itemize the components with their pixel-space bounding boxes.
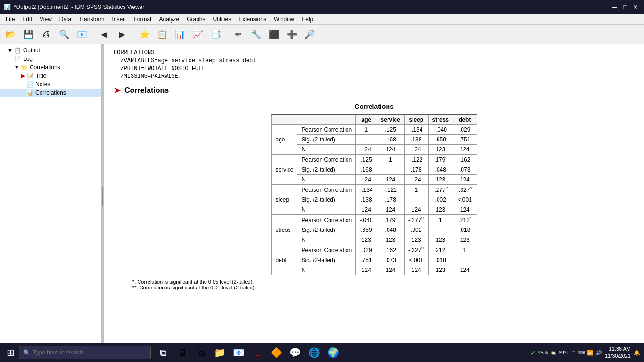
- section-heading: ➤ Correlations: [114, 85, 635, 96]
- tb-stop[interactable]: ⬛: [265, 26, 282, 42]
- table-title: Correlations: [123, 103, 625, 110]
- output-icon: 📋: [14, 47, 21, 54]
- menu-analyze[interactable]: Analyze: [155, 15, 183, 24]
- menu-file[interactable]: File: [2, 15, 18, 24]
- cell-service-sleep-sig: .178: [404, 165, 428, 175]
- taskbar-lync-icon[interactable]: L: [249, 344, 266, 361]
- tb-export[interactable]: 📧: [74, 26, 91, 42]
- cell-debt-age: .029: [356, 245, 377, 255]
- close-button[interactable]: ✕: [631, 2, 640, 12]
- tray-icons: ⌃: [571, 350, 576, 356]
- sidebar-item-correlations[interactable]: 📊 Correlations: [0, 89, 101, 97]
- speaker-icon: 🔊: [595, 350, 602, 356]
- taskbar-store-icon[interactable]: 🛍: [192, 344, 209, 361]
- taskbar-mail-icon[interactable]: 📧: [230, 344, 247, 361]
- var-stress: stress: [272, 215, 297, 245]
- table-row: service Pearson Correlation .125 1 -.122…: [272, 155, 477, 165]
- title-bar-controls: ─ □ ✕: [610, 2, 640, 12]
- taskbar-clock[interactable]: 11:36 AM 11/30/2021: [605, 346, 631, 360]
- tb-designate-window[interactable]: 📋: [154, 26, 171, 42]
- tb-add-output[interactable]: ➕: [283, 26, 300, 42]
- var-age: age: [272, 125, 297, 155]
- sidebar-item-log[interactable]: 📄 Log: [0, 55, 101, 63]
- tb-run[interactable]: 🔧: [248, 26, 264, 42]
- menu-graphs[interactable]: Graphs: [183, 15, 209, 24]
- tb-find[interactable]: 🔎: [301, 26, 318, 42]
- title-bar: 📊 *Output2 [Document2] - IBM SPSS Statis…: [0, 0, 644, 14]
- row-n-sleep: N: [297, 205, 356, 215]
- tb-print[interactable]: 🖨: [38, 26, 55, 42]
- table-row: N 123 123 123 123 123: [272, 235, 477, 245]
- cell-stress-age-sig: .659: [356, 225, 377, 235]
- row-sig-stress: Sig. (2-tailed): [297, 225, 356, 235]
- tb-save[interactable]: 💾: [20, 26, 37, 42]
- taskbar-files-icon[interactable]: 📁: [211, 344, 228, 361]
- maximize-button[interactable]: □: [620, 2, 630, 12]
- clock-time: 11:36 AM: [605, 346, 631, 353]
- menu-help[interactable]: Help: [298, 15, 317, 24]
- taskbar-edge-icon[interactable]: 🌐: [305, 344, 322, 361]
- notification-icon[interactable]: 🔔: [634, 350, 640, 356]
- minimize-button[interactable]: ─: [610, 2, 619, 12]
- cell-age-sleep-n: 124: [404, 145, 428, 155]
- taskbar-office-icon[interactable]: 🔶: [268, 344, 285, 361]
- syntax-line-4: /MISSING=PAIRWISE.: [114, 73, 635, 81]
- row-sig-service: Sig. (2-tailed): [297, 165, 356, 175]
- taskbar-explorer-icon[interactable]: 🖥: [173, 344, 190, 361]
- sidebar-item-correlations-folder[interactable]: ▼ 📁 Correlations: [0, 63, 101, 72]
- cell-sleep-sleep: 1: [404, 185, 428, 195]
- taskbar-search-box[interactable]: 🔍: [19, 346, 151, 359]
- menu-format[interactable]: Format: [130, 15, 155, 24]
- table-row: Sig. (2-tailed) .659 .048 .002 .018: [272, 225, 477, 235]
- menu-transform[interactable]: Transform: [75, 15, 108, 24]
- menu-insert[interactable]: Insert: [108, 15, 130, 24]
- cell-stress-age-n: 123: [356, 235, 377, 245]
- title-bar-left: 📊 *Output2 [Document2] - IBM SPSS Statis…: [4, 4, 144, 10]
- taskbar-teams-icon[interactable]: 💬: [287, 344, 304, 361]
- cell-stress-stress-sig: [428, 225, 453, 235]
- row-pearson-service: Pearson Correlation: [297, 155, 356, 165]
- menu-edit[interactable]: Edit: [18, 15, 36, 24]
- tb-goto-data[interactable]: ⭐: [136, 26, 153, 42]
- menu-utilities[interactable]: Utilities: [209, 15, 235, 24]
- tb-undo[interactable]: ◀: [96, 26, 113, 42]
- tb-insert-case[interactable]: 📊: [172, 26, 189, 42]
- sidebar-item-title[interactable]: ▶ 📝 Title: [0, 72, 101, 80]
- table-row: Sig. (2-tailed) .168 .178 .048 .073: [272, 165, 477, 175]
- col-header-service: service: [377, 115, 404, 125]
- col-header-debt: debt: [453, 115, 477, 125]
- tb-print-preview[interactable]: 🔍: [56, 26, 73, 42]
- tb-insert-var[interactable]: 📈: [190, 26, 206, 42]
- cell-debt-debt: 1: [453, 245, 477, 255]
- cell-service-service: 1: [377, 155, 404, 165]
- cell-stress-stress-n: 123: [428, 235, 453, 245]
- cell-debt-sleep-sig: <.001: [404, 255, 428, 265]
- row-pearson-debt: Pearson Correlation: [297, 245, 356, 255]
- tb-open[interactable]: 📂: [2, 26, 19, 42]
- task-view-icon[interactable]: ⧉: [155, 344, 172, 361]
- menu-view[interactable]: View: [36, 15, 56, 24]
- menu-extensions[interactable]: Extensions: [235, 15, 270, 24]
- cell-age-debt: .029: [453, 125, 477, 135]
- search-input[interactable]: [33, 349, 137, 356]
- cell-debt-stress-sig: .018: [428, 255, 453, 265]
- section-arrow-icon: ➤: [114, 85, 121, 96]
- resize-handle[interactable]: [101, 44, 104, 349]
- tb-split-file[interactable]: 📑: [207, 26, 224, 42]
- row-sig-age: Sig. (2-tailed): [297, 135, 356, 145]
- footnotes: *. Correlation is significant at the 0.0…: [132, 279, 625, 290]
- start-button[interactable]: ⊞: [2, 344, 19, 361]
- cell-age-service: .125: [377, 125, 404, 135]
- menu-window[interactable]: Window: [270, 15, 298, 24]
- tb-redo[interactable]: ▶: [114, 26, 131, 42]
- sidebar-item-output[interactable]: ▼ 📋 Output: [0, 46, 101, 55]
- tb-script[interactable]: ✏: [230, 26, 247, 42]
- cell-debt-sleep-n: 124: [404, 265, 428, 275]
- col-header-sleep: sleep: [404, 115, 428, 125]
- taskbar-ie-icon[interactable]: 🌍: [324, 344, 341, 361]
- cell-debt-age-sig: .751: [356, 255, 377, 265]
- sidebar-item-notes[interactable]: 📄 Notes: [0, 80, 101, 89]
- menu-bar: File Edit View Data Transform Insert For…: [0, 14, 644, 25]
- table-row: Sig. (2-tailed) .168 .138 .659 .751: [272, 135, 477, 145]
- menu-data[interactable]: Data: [56, 15, 75, 24]
